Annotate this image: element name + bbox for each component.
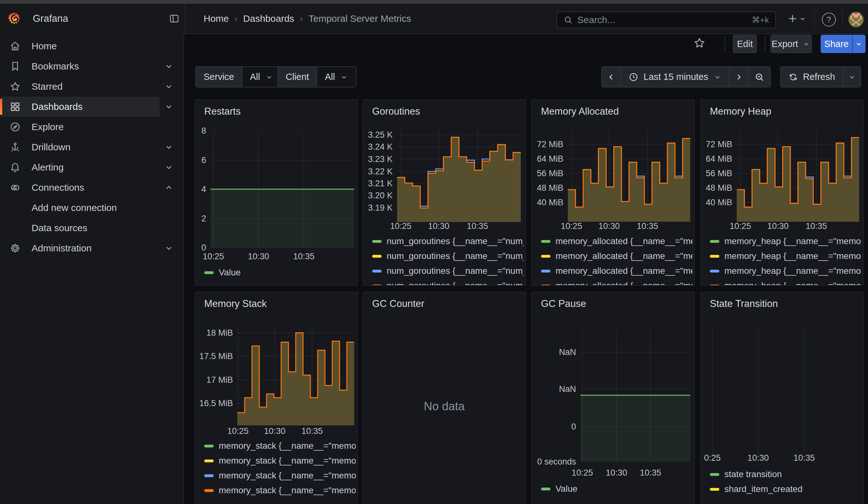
chart-plot <box>210 131 354 248</box>
chevron-down-icon[interactable] <box>164 102 174 112</box>
share-options-button[interactable] <box>852 35 866 53</box>
legend-item[interactable]: num_goroutines {__name__="num_go <box>372 280 524 286</box>
variable-label: Client <box>278 67 317 87</box>
breadcrumb-dashboards[interactable]: Dashboards <box>243 13 294 24</box>
y-axis-label: NaN <box>532 347 576 357</box>
variable-value[interactable]: All <box>242 67 281 87</box>
chevron-down-icon[interactable] <box>164 82 174 91</box>
legend-label: memory_stack {__name__="memory_s <box>219 471 356 481</box>
legend-item[interactable]: state transition <box>710 469 782 480</box>
legend-item[interactable]: Value <box>204 267 241 278</box>
service-variable-dropdown[interactable]: Service All <box>195 66 281 88</box>
search-input[interactable]: Search... ⌘+k <box>557 11 776 28</box>
share-button[interactable]: Share <box>821 35 852 53</box>
chevron-up-icon[interactable] <box>164 183 174 192</box>
chevron-down-icon <box>340 73 348 81</box>
panel-title[interactable]: Goroutines <box>372 106 420 117</box>
panel-title[interactable]: GC Counter <box>372 298 424 309</box>
add-new-button[interactable] <box>787 13 807 25</box>
panel-chart-area: 72 MiB64 MiB56 MiB48 MiB40 MiB10:2510:30… <box>701 100 863 285</box>
time-shift-back-button[interactable] <box>602 67 620 87</box>
legend-item[interactable]: memory_allocated {__name__="memc <box>541 266 693 276</box>
bell-icon <box>9 162 21 173</box>
legend-item[interactable]: num_goroutines {__name__="num_go <box>372 251 524 261</box>
panel-chart-area: 3.25 K3.24 K3.23 K3.22 K3.21 K3.20 K3.19… <box>363 100 525 285</box>
variable-value[interactable]: All <box>317 67 356 87</box>
y-axis-label: 48 MiB <box>532 183 564 193</box>
x-axis-label: 10:35 <box>640 468 661 478</box>
legend-label: memory_allocated {__name__="memc <box>556 251 693 261</box>
sidebar-item-explore[interactable]: Explore <box>1 117 160 137</box>
sidebar-item-data-sources[interactable]: Data sources <box>1 218 160 238</box>
y-axis-label: 0 <box>532 422 576 432</box>
sidebar-item-home[interactable]: Home <box>1 36 160 56</box>
sidebar-item-drilldown[interactable]: Drilldown <box>1 137 160 157</box>
chevron-down-icon <box>713 73 722 81</box>
export-dropdown-button[interactable]: Export <box>771 35 812 53</box>
drilldown-icon <box>9 142 21 153</box>
panel-title[interactable]: Memory Heap <box>710 106 772 117</box>
legend-swatch <box>541 255 550 258</box>
legend-item[interactable]: memory_stack {__name__="memory_s <box>204 485 356 496</box>
sidebar-item-add-new-connection[interactable]: Add new connection <box>1 198 160 218</box>
x-axis-label: 10:30 <box>606 468 627 478</box>
legend-item[interactable]: memory_heap {__name__="memory_h <box>710 280 861 286</box>
panel-restarts: 8642010:2510:3010:35Value Restarts <box>195 100 358 286</box>
toolbar-divider <box>765 36 765 52</box>
client-variable-dropdown[interactable]: Client All <box>277 66 356 88</box>
panel-chart-area: 18 MiB17.5 MiB17 MiB16.5 MiB10:2510:3010… <box>195 292 357 504</box>
sidebar-item-dashboards[interactable]: Dashboards <box>1 96 160 117</box>
share-split-button: Share <box>821 35 866 53</box>
legend-item[interactable]: memory_stack {__name__="memory_s <box>204 455 356 466</box>
y-axis-label: NaN <box>532 384 576 394</box>
panel-title[interactable]: Restarts <box>204 106 240 117</box>
legend-item[interactable]: Value <box>541 483 578 494</box>
chevron-down-icon[interactable] <box>164 163 174 172</box>
chevron-down-icon[interactable] <box>164 244 174 253</box>
zoom-out-icon[interactable] <box>748 67 770 87</box>
sidebar-nav: Home Bookmarks Starred Dashboards <box>0 33 184 504</box>
search-placeholder: Search... <box>577 14 747 25</box>
panel-title[interactable]: GC Pause <box>541 298 586 309</box>
legend-item[interactable]: shard_item_created <box>710 484 802 495</box>
legend-item[interactable]: memory_allocated {__name__="memc <box>541 280 693 286</box>
panel-title[interactable]: State Transition <box>710 298 778 309</box>
user-avatar[interactable] <box>848 12 864 27</box>
sidebar-toggle-icon[interactable] <box>168 12 181 25</box>
legend-item[interactable]: memory_allocated {__name__="memc <box>541 251 693 261</box>
legend-swatch <box>204 489 214 492</box>
legend-swatch <box>710 488 719 491</box>
refresh-button[interactable]: Refresh <box>781 67 843 87</box>
legend-item[interactable]: memory_stack {__name__="memory_s <box>204 470 356 481</box>
legend-label: num_goroutines {__name__="num_go <box>387 281 524 286</box>
legend-item[interactable]: memory_heap {__name__="memory_h <box>710 266 861 276</box>
y-axis-label: 16.5 MiB <box>195 398 233 408</box>
chevron-down-icon[interactable] <box>164 142 174 152</box>
panel-title[interactable]: Memory Stack <box>204 298 267 309</box>
legend-item[interactable]: memory_allocated {__name__="memc <box>541 236 693 247</box>
chevron-down-icon[interactable] <box>164 62 174 71</box>
sidebar-item-connections[interactable]: Connections <box>1 177 160 198</box>
toolbar-divider <box>725 36 725 52</box>
legend-item[interactable]: num_goroutines {__name__="num_go <box>372 266 524 276</box>
legend-item[interactable]: memory_heap {__name__="memory_h <box>710 251 861 261</box>
refresh-interval-button[interactable] <box>843 67 860 87</box>
breadcrumb-home[interactable]: Home <box>204 13 229 24</box>
legend-item[interactable]: num_goroutines {__name__="num_go <box>372 236 524 247</box>
panel-title[interactable]: Memory Allocated <box>541 106 619 117</box>
time-range-picker[interactable]: Last 15 minutes <box>620 67 729 87</box>
sidebar-item-alerting[interactable]: Alerting <box>1 157 160 177</box>
legend-item[interactable]: memory_heap {__name__="memory_h <box>710 236 861 247</box>
sidebar-item-starred[interactable]: Starred <box>1 76 160 96</box>
favorite-star-icon[interactable] <box>693 37 706 49</box>
time-shift-forward-button[interactable] <box>729 67 748 87</box>
legend-label: memory_stack {__name__="memory_s <box>219 485 356 495</box>
chart-plot <box>568 130 690 222</box>
sidebar-item-administration[interactable]: Administration <box>1 238 160 258</box>
x-axis-label: 10:25 <box>730 222 751 231</box>
legend-item[interactable]: memory_stack {__name__="memory_s <box>204 441 356 451</box>
sidebar-item-bookmarks[interactable]: Bookmarks <box>1 56 160 76</box>
chevron-down-icon <box>855 40 863 48</box>
edit-button[interactable]: Edit <box>733 35 757 53</box>
help-icon[interactable]: ? <box>822 13 836 27</box>
